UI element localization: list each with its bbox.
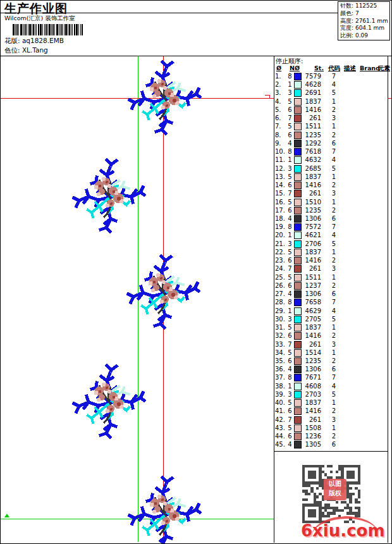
thread-color-swatch	[294, 290, 302, 298]
stamp-line-1: 以图	[324, 479, 346, 488]
table-row: 16.515101	[274, 199, 388, 207]
row-seq: 40.	[274, 399, 286, 407]
table-row: 23.614162	[274, 257, 388, 265]
table-row: 6.72613	[274, 114, 388, 123]
row-needle: 7	[286, 190, 294, 197]
row-seq: 25.	[274, 274, 286, 281]
row-seq: 42.	[274, 416, 286, 424]
table-row: 13.518371	[274, 173, 388, 182]
row-code: 5	[321, 240, 346, 248]
watermark-text: 6xiu.com	[301, 521, 385, 540]
row-stitches: 1837	[303, 324, 321, 331]
row-seq: 24.	[274, 265, 286, 273]
row-needle: 5	[286, 173, 294, 181]
pattern-value: aq1828.EMB	[22, 37, 64, 44]
row-needle: 5	[286, 249, 294, 256]
table-row: 19.875727	[274, 223, 388, 232]
stamp-line-2: 版权	[324, 488, 346, 498]
table-row: 40.518371	[274, 399, 388, 407]
table-row: 33.72613	[274, 341, 388, 349]
table-row: 39.327035	[274, 391, 388, 399]
row-code: 1	[321, 399, 346, 407]
table-row: 37.876717	[274, 374, 388, 382]
row-needle: 7	[286, 341, 294, 349]
thread-color-swatch	[294, 383, 302, 390]
row-seq: 39.	[274, 391, 286, 399]
row-code: 7	[321, 299, 346, 306]
thread-color-swatch	[294, 148, 302, 156]
row-code: 1	[321, 123, 346, 130]
stitch-count-row: 针数: 112525	[340, 3, 389, 10]
row-code: 2	[321, 106, 346, 114]
thread-color-swatch	[294, 173, 302, 181]
row-code: 5	[321, 316, 346, 323]
table-row: 36.413066	[274, 366, 388, 374]
row-stitches: 1416	[303, 332, 321, 340]
row-seq: 1.	[274, 73, 286, 80]
flower-motif-2	[71, 158, 147, 234]
row-code: 2	[321, 257, 346, 264]
row-seq: 36.	[274, 366, 286, 373]
row-seq: 18.	[274, 215, 286, 223]
row-seq: 41.	[274, 407, 286, 415]
row-stitches: 4632	[303, 156, 321, 164]
row-code: 3	[321, 265, 346, 273]
row-seq: 38.	[274, 383, 286, 390]
row-code: 7	[321, 148, 346, 156]
row-code: 6	[321, 140, 346, 147]
row-code: 2	[321, 433, 346, 440]
row-seq: 31.	[274, 324, 286, 331]
row-needle: 4	[286, 290, 294, 298]
row-code: 6	[321, 366, 346, 373]
row-code: 2	[321, 132, 346, 139]
thread-color-swatch	[294, 123, 302, 130]
table-row: 11.146324	[274, 156, 388, 164]
thread-color-swatch	[294, 156, 302, 164]
thread-color-swatch	[294, 316, 302, 323]
thread-color-swatch	[294, 132, 302, 139]
table-row: 38.146084	[274, 383, 388, 391]
row-seq: 30.	[274, 316, 286, 323]
col-header-element: 元素	[378, 65, 390, 73]
green-triangle-marker	[4, 514, 9, 517]
row-needle: 5	[286, 399, 294, 407]
title-underline	[1, 13, 338, 13]
row-seq: 16.	[274, 199, 286, 206]
thread-color-swatch	[294, 391, 302, 399]
row-code: 6	[321, 215, 346, 223]
row-needle: 6	[286, 207, 294, 214]
row-code: 1	[321, 249, 346, 256]
stop-table-rows: 1.8757972.1462843.3269154.5183715.614162…	[274, 73, 388, 450]
thread-color-swatch	[294, 416, 302, 424]
row-seq: 5.	[274, 106, 286, 114]
row-needle: 3	[286, 316, 294, 323]
table-row: 4.518371	[274, 98, 388, 106]
row-seq: 37.	[274, 374, 286, 381]
thread-color-swatch	[294, 341, 302, 349]
colorway-label: 色位:	[4, 46, 20, 54]
row-seq: 3.	[274, 89, 286, 97]
colorway-value: XL.Tang	[22, 46, 48, 54]
thread-color-swatch	[294, 299, 302, 306]
row-stitches: 7579	[303, 73, 321, 80]
row-code: 2	[321, 332, 346, 340]
row-stitches: 261	[303, 341, 321, 349]
row-seq: 43.	[274, 424, 286, 432]
row-code: 3	[321, 416, 346, 424]
row-seq: 34.	[274, 349, 286, 357]
row-seq: 33.	[274, 341, 286, 349]
row-stitches: 1837	[303, 249, 321, 256]
flower-motif-4	[71, 364, 147, 440]
table-row: 45.413056	[274, 441, 388, 449]
thread-color-swatch	[294, 106, 302, 114]
row-needle: 1	[286, 307, 294, 315]
row-needle: 5	[286, 274, 294, 281]
height-row: 高度: 2761.1 mm	[340, 18, 389, 25]
row-seq: 15.	[274, 190, 286, 197]
thread-color-swatch	[294, 81, 302, 89]
row-code: 1	[321, 324, 346, 331]
row-stitches: 1511	[303, 274, 321, 281]
row-needle: 6	[286, 332, 294, 340]
thread-color-swatch	[294, 223, 302, 231]
row-code: 2	[321, 282, 346, 290]
